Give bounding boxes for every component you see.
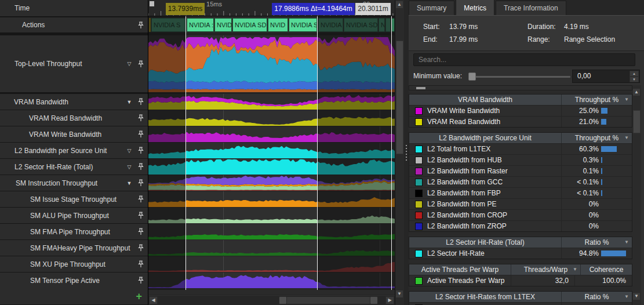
sidebar-item-time[interactable]: Time [0, 0, 148, 16]
tab-summary[interactable]: Summary [409, 1, 454, 15]
sidebar-item-sm-alu-pipe-throughput[interactable]: SM ALU Pipe Throughput [0, 208, 148, 223]
metric-row[interactable]: VRAM Read Bandwidth21.0% [409, 116, 632, 127]
sidebar-item-vram-write-bandwidth[interactable]: VRAM Write Bandwidth [0, 126, 148, 142]
hscroll-right-handle[interactable] [370, 296, 378, 304]
sort-desc-icon[interactable]: ▼ [573, 264, 577, 275]
metric-row[interactable]: L2 Sector Hit-Rate94.8% [409, 248, 632, 259]
metric-row[interactable]: L2 Total from L1TEX60.3% [409, 143, 632, 154]
metric-row[interactable]: L2 Bandwidth from GCC< 0.1% [409, 176, 632, 187]
table-vscroll-thumb[interactable] [633, 110, 641, 133]
action-block[interactable]: NVIDIA SD [232, 18, 267, 32]
sidebar-item-l2-bandwidth-per-source-unit[interactable]: L2 Bandwidth per Source Unit▽ [0, 143, 148, 158]
sort-desc-icon[interactable]: ▼ [624, 133, 629, 143]
table-scroll-down-icon[interactable]: ▼ [632, 292, 641, 300]
action-block[interactable]: NVIDIA S [289, 18, 317, 32]
pin-icon[interactable] [137, 21, 144, 29]
spinbox-up-icon[interactable]: ▲ [630, 71, 639, 77]
column-header[interactable]: Throughput %▼ [561, 95, 632, 105]
scroll-left-icon[interactable]: ◀ [149, 296, 158, 304]
pin-icon[interactable] [137, 179, 144, 187]
action-block[interactable]: NVIDIA : [187, 18, 214, 32]
action-block[interactable]: NVIDIA S [151, 18, 185, 32]
spinbox-down-icon[interactable]: ▼ [630, 77, 639, 82]
metric-row[interactable]: Active Threads Per Warp32,0100.0% [409, 275, 632, 286]
selection-start-line[interactable] [185, 16, 186, 290]
column-header[interactable]: Throughput %▼ [561, 133, 632, 143]
sort-desc-icon[interactable]: ▼ [624, 95, 629, 105]
table-scroll-up-icon[interactable]: ▲ [632, 88, 641, 96]
action-block[interactable]: N [379, 18, 385, 32]
metric-row[interactable]: L2 Hit-Rate for L1TEX94.9% [409, 302, 632, 305]
scroll-up-icon[interactable]: ▲ [395, 1, 403, 9]
panel-splitter-handle[interactable] [404, 0, 409, 305]
timeline-vertical-scrollbar[interactable]: ▲ ▼ [395, 0, 404, 305]
pin-icon[interactable] [137, 277, 144, 284]
metric-row[interactable]: L2 Bandwidth from PE0% [409, 198, 632, 209]
selection-end-line[interactable] [317, 16, 318, 290]
pin-icon[interactable] [137, 195, 144, 203]
sidebar-item-sm-fma-pipe-throughput[interactable]: SM FMA Pipe Throughput [0, 224, 148, 239]
time-ruler[interactable]: 15ms20ms13.7939ms17.9886ms Δt=4.19464m20… [148, 0, 395, 16]
metric-row[interactable]: L2 Bandwidth from HUB0.3% [409, 154, 632, 165]
pin-icon[interactable] [137, 147, 144, 154]
sort-desc-icon[interactable]: ▼ [624, 292, 629, 302]
action-block[interactable]: NVID [214, 18, 232, 32]
timeline-area[interactable]: 15ms20ms13.7939ms17.9886ms Δt=4.19464m20… [148, 0, 395, 305]
metric-row[interactable]: L2 Bandwidth from CROP0% [409, 209, 632, 220]
chevron-down-icon[interactable]: ▽ [125, 164, 134, 170]
table-vertical-scrollbar[interactable]: ▲ ▼ [632, 85, 641, 305]
hscroll-thumb[interactable] [287, 297, 370, 304]
metric-row[interactable]: L2 Bandwidth from FBP< 0.1% [409, 187, 632, 198]
sidebar-item-vram-read-bandwidth[interactable]: VRAM Read Bandwidth [0, 110, 148, 126]
sidebar-item-sm-fmaheavy-pipe-throughput[interactable]: SM FMAHeavy Pipe Throughput [0, 240, 148, 256]
sidebar-item-vram-bandwidth[interactable]: VRAM Bandwidth▼ [0, 94, 148, 110]
action-block[interactable]: NVID [268, 18, 288, 32]
column-header[interactable]: Ratio %▼ [561, 292, 632, 302]
pin-icon[interactable] [137, 163, 144, 170]
sidebar-item-top-level-throughput[interactable]: Top-Level Throughput▽ [0, 35, 148, 92]
search-input[interactable] [413, 53, 635, 66]
chevron-down-icon[interactable]: ▼ [125, 180, 134, 186]
metric-name: L2 Bandwidth from HUB [427, 155, 502, 165]
metric-row[interactable]: VRAM Write Bandwidth25.0% [409, 105, 632, 116]
cursor-line[interactable] [391, 16, 392, 290]
action-block[interactable] [385, 18, 391, 32]
pin-icon[interactable] [137, 244, 144, 252]
column-header[interactable]: Ratio %▼ [561, 237, 632, 248]
column-header[interactable]: Coherence [580, 264, 632, 275]
sidebar-item-sm-issue-stage-throughput[interactable]: SM Issue Stage Throughput [0, 191, 148, 207]
chevron-down-icon[interactable]: ▼ [125, 99, 134, 105]
metric-row[interactable]: L2 Bandwidth from Raster0.1% [409, 165, 632, 176]
add-metric-button[interactable]: + [136, 292, 142, 300]
action-block[interactable]: NVIDIA [318, 18, 343, 32]
metric-row[interactable]: L2 Bandwidth from ZROP0% [409, 220, 632, 231]
pin-icon[interactable] [137, 212, 144, 219]
timeline-horizontal-scrollbar[interactable]: ◀ ▶ [148, 295, 395, 305]
minimum-value-slider[interactable] [468, 70, 570, 83]
pin-icon[interactable] [137, 60, 144, 68]
column-header[interactable]: Threads/Warp▼ [511, 264, 580, 275]
tab-metrics[interactable]: Metrics [456, 0, 494, 15]
chevron-down-icon[interactable]: ▽ [125, 148, 134, 154]
sidebar-item-sm-instruction-throughput[interactable]: SM Instruction Throughput▼ [0, 175, 148, 191]
sort-desc-icon[interactable]: ▼ [624, 237, 629, 248]
sidebar-item-actions[interactable]: Actions [0, 17, 148, 32]
pin-icon[interactable] [137, 228, 144, 235]
vscroll-thumb[interactable] [396, 41, 403, 154]
sidebar-item-l2-sector-hit-rate-total[interactable]: L2 Sector Hit-Rate (Total)▽ [0, 159, 148, 175]
sidebar-item-sm-xu-pipe-throughput[interactable]: SM XU Pipe Throughput [0, 256, 148, 272]
action-block[interactable]: NVIDIA SD [344, 18, 378, 32]
action-block[interactable] [149, 18, 151, 32]
pin-icon[interactable] [137, 260, 144, 268]
pin-icon[interactable] [137, 114, 144, 122]
pin-icon[interactable] [137, 130, 144, 138]
sidebar-item-sm-tensor-pipe-active[interactable]: SM Tensor Pipe Active [0, 273, 148, 288]
chevron-down-icon[interactable]: ▽ [125, 61, 134, 67]
tab-trace-information[interactable]: Trace Information [496, 1, 566, 15]
scroll-down-icon[interactable]: ▼ [395, 290, 403, 298]
scroll-right-icon[interactable]: ▶ [385, 296, 394, 304]
hscroll-left-handle[interactable] [279, 296, 287, 304]
minimum-value-spinbox[interactable]: 0,00 ▲ ▼ [572, 70, 640, 83]
pin-icon[interactable] [137, 98, 144, 106]
slider-thumb[interactable] [468, 72, 476, 81]
